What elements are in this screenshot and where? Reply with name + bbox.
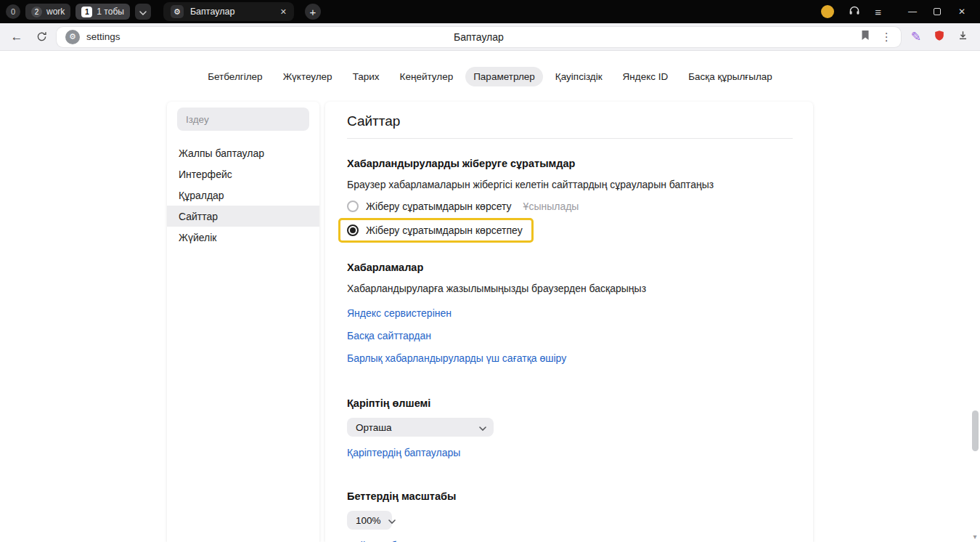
page-scale-select[interactable]: 100% [347, 511, 392, 530]
recommended-hint: Ұсынылады [523, 201, 579, 212]
address-bar[interactable]: ⚙ settings Баптаулар ⋮ [57, 27, 901, 47]
browser-tab-settings[interactable]: ⚙ Баптаулар ✕ [163, 2, 294, 21]
sidebar-item-general[interactable]: Жалпы баптаулар [167, 142, 319, 163]
tab-group-work[interactable]: 2 work [25, 4, 70, 20]
scrollbar-down-arrow[interactable]: ▾ [970, 533, 980, 541]
tab-close-icon[interactable]: ✕ [280, 7, 287, 17]
tab-group-active-count: 1 [81, 7, 92, 17]
more-options-icon[interactable]: ⋮ [881, 31, 892, 44]
maximize-icon [934, 8, 941, 15]
page-scrollbar[interactable]: ▾ [970, 51, 980, 542]
page-section-title: Сайттар [347, 102, 793, 139]
font-size-value: Орташа [356, 422, 392, 433]
sidebar-list: Жалпы баптаулар Интерфейс Құралдар Сайтт… [167, 142, 319, 248]
edit-pencil-icon[interactable]: ✎ [911, 29, 921, 44]
window-titlebar: 0 2 work 1 1 тобы ⚙ Баптаулар ✕ + ≡ — ✕ [0, 0, 980, 23]
radio-show-label: Жіберу сұратымдарын көрсету [366, 201, 512, 212]
settings-main-panel: Сайттар Хабарландыруларды жіберуге сұрат… [325, 102, 813, 542]
settings-nav-tabs: Бетбелгілер Жүктеулер Тарих Кеңейтулер П… [0, 67, 980, 86]
tab-bookmarks[interactable]: Бетбелгілер [200, 67, 270, 86]
close-window-button[interactable]: ✕ [950, 0, 974, 23]
tab-extensions[interactable]: Кеңейтулер [392, 67, 462, 86]
tab-group-work-count: 2 [31, 7, 42, 17]
downloads-icon[interactable] [957, 30, 968, 44]
push-requests-description: Браузер хабарламаларын жібергісі келетін… [347, 179, 793, 190]
sidebar-item-tools[interactable]: Құралдар [167, 185, 319, 206]
page-scale-heading: Беттердің масштабы [347, 490, 793, 502]
tab-group-active[interactable]: 1 1 тобы [75, 4, 130, 20]
tab-group-zero-count: 0 [11, 7, 15, 16]
page-title: Баптаулар [57, 31, 901, 43]
radio-option-show-requests[interactable]: Жіберу сұратымдарын көрсету Ұсынылады [347, 201, 793, 212]
search-input[interactable] [186, 114, 301, 125]
tab-downloads[interactable]: Жүктеулер [275, 67, 340, 86]
back-button[interactable]: ← [7, 28, 26, 46]
settings-sidebar: Жалпы баптаулар Интерфейс Құралдар Сайтт… [167, 102, 319, 542]
radio-checked-icon[interactable] [347, 225, 359, 236]
bookmark-icon[interactable] [861, 30, 870, 44]
chevron-down-icon [479, 422, 486, 433]
minimize-button[interactable]: — [900, 0, 925, 23]
url-text[interactable]: settings [86, 31, 121, 42]
sidebar-item-system[interactable]: Жүйелік [167, 227, 319, 248]
push-requests-heading: Хабарландыруларды жіберуге сұратымдар [347, 158, 793, 169]
tab-group-zero[interactable]: 0 [6, 4, 20, 19]
tab-group-work-label: work [46, 7, 65, 17]
tab-yandex-id[interactable]: Яндекс ID [615, 67, 677, 86]
messages-description: Хабарландыруларға жазылымыңызды браузерд… [347, 283, 793, 294]
sidebar-search-box[interactable] [177, 108, 309, 131]
sidebar-item-sites[interactable]: Сайттар [167, 206, 319, 227]
maximize-button[interactable] [925, 0, 950, 23]
link-mute-all-notifications[interactable]: Барлық хабарландыруларды үш сағатқа өшір… [347, 352, 566, 364]
settings-page: Бетбелгілер Жүктеулер Тарих Кеңейтулер П… [0, 51, 980, 542]
tab-history[interactable]: Тарих [345, 67, 388, 86]
headset-icon[interactable] [849, 5, 860, 18]
tab-settings[interactable]: Параметрлер [465, 67, 543, 86]
chevron-down-icon [139, 5, 147, 18]
account-avatar[interactable] [821, 5, 834, 18]
page-scale-value: 100% [356, 515, 381, 526]
link-font-settings[interactable]: Қаріптердің баптаулары [347, 447, 460, 458]
sidebar-item-interface[interactable]: Интерфейс [167, 163, 319, 185]
radio-dont-show-label: Жіберу сұратымдарын көрсетпеу [366, 225, 523, 236]
new-tab-button[interactable]: + [305, 4, 321, 20]
protect-shield-icon[interactable] [934, 30, 945, 44]
tab-security[interactable]: Қауіпсіздік [547, 67, 611, 86]
tab-group-active-label: 1 тобы [97, 7, 124, 17]
radio-unchecked-icon[interactable] [347, 201, 359, 212]
hamburger-menu-icon[interactable]: ≡ [875, 7, 881, 17]
tab-other-devices[interactable]: Басқа құрылғылар [680, 67, 780, 86]
font-size-select[interactable]: Орташа [347, 418, 494, 437]
link-other-sites[interactable]: Басқа сайттардан [347, 330, 431, 341]
tab-title: Баптаулар [190, 7, 274, 17]
link-yandex-services[interactable]: Яндекс сервистерінен [347, 307, 452, 319]
gear-icon: ⚙ [171, 5, 184, 18]
scrollbar-thumb[interactable] [972, 410, 979, 451]
messages-heading: Хабарламалар [347, 262, 793, 273]
refresh-button[interactable] [32, 28, 51, 46]
font-size-heading: Қаріптің өлшемі [347, 397, 793, 409]
tab-groups-dropdown-button[interactable] [135, 4, 151, 20]
browser-toolbar: ← ⚙ settings Баптаулар ⋮ ✎ [0, 23, 980, 51]
radio-option-dont-show-requests[interactable]: Жіберу сұратымдарын көрсетпеу [338, 218, 534, 243]
chevron-down-icon [388, 515, 396, 526]
